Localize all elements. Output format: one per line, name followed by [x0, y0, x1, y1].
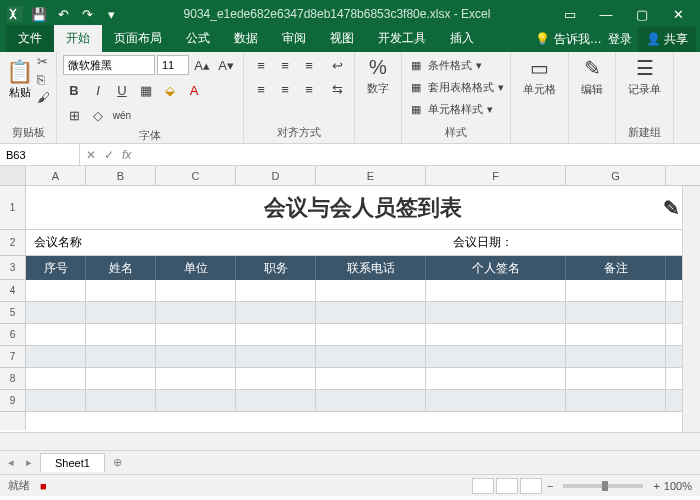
font-size-select[interactable]: 11: [157, 55, 189, 75]
table-row[interactable]: [26, 368, 700, 390]
col-B[interactable]: B: [86, 166, 156, 185]
phonetic-icon[interactable]: wén: [111, 104, 133, 126]
save-icon[interactable]: 💾: [28, 3, 50, 25]
col-E[interactable]: E: [316, 166, 426, 185]
row-5[interactable]: 5: [0, 302, 25, 324]
horizontal-scrollbar[interactable]: [0, 432, 700, 450]
record-button[interactable]: ☰记录单: [622, 54, 667, 99]
edit-button[interactable]: ✎编辑: [575, 54, 609, 99]
record-macro-icon[interactable]: ■: [40, 480, 47, 492]
align-mid-icon[interactable]: ≡: [274, 54, 296, 76]
tab-layout[interactable]: 页面布局: [102, 25, 174, 52]
paste-label[interactable]: 粘贴: [9, 85, 31, 100]
col-C[interactable]: C: [156, 166, 236, 185]
meeting-info-row[interactable]: 会议名称 会议日期：: [26, 230, 700, 256]
minimize-icon[interactable]: —: [588, 0, 624, 28]
maximize-icon[interactable]: ▢: [624, 0, 660, 28]
cancel-formula-icon[interactable]: ✕: [86, 148, 96, 162]
group-font: 微软雅黑 11 A▴ A▾ B I U ▦ ⬙ A ⊞ ◇ wén 字体: [57, 52, 244, 143]
shrink-font-icon[interactable]: A▾: [215, 54, 237, 76]
format-painter-icon[interactable]: 🖌: [37, 90, 50, 105]
ribbon-options-icon[interactable]: ▭: [552, 0, 588, 28]
tab-home[interactable]: 开始: [54, 25, 102, 52]
share-button[interactable]: 👤 共享: [638, 27, 696, 52]
sheet-nav-last-icon[interactable]: ▸: [22, 456, 36, 469]
undo-icon[interactable]: ↶: [52, 3, 74, 25]
view-pagebreak-icon[interactable]: [520, 478, 542, 494]
add-sheet-icon[interactable]: ⊕: [109, 456, 126, 469]
qat-more-icon[interactable]: ▾: [100, 3, 122, 25]
sheet-nav-first-icon[interactable]: ◂: [4, 456, 18, 469]
row-9[interactable]: 9: [0, 390, 25, 412]
row-7[interactable]: 7: [0, 346, 25, 368]
tab-view[interactable]: 视图: [318, 25, 366, 52]
row-3[interactable]: 3: [0, 256, 25, 280]
view-layout-icon[interactable]: [496, 478, 518, 494]
row-2[interactable]: 2: [0, 230, 25, 256]
row-8[interactable]: 8: [0, 368, 25, 390]
table-row[interactable]: [26, 324, 700, 346]
font-name-select[interactable]: 微软雅黑: [63, 55, 155, 75]
merge-icon[interactable]: ⇆: [326, 78, 348, 100]
meeting-name-label: 会议名称: [26, 234, 266, 251]
col-G[interactable]: G: [566, 166, 666, 185]
redo-icon[interactable]: ↷: [76, 3, 98, 25]
bold-button[interactable]: B: [63, 79, 85, 101]
tab-review[interactable]: 审阅: [270, 25, 318, 52]
close-icon[interactable]: ✕: [660, 0, 696, 28]
zoom-out-icon[interactable]: −: [547, 480, 553, 492]
accept-formula-icon[interactable]: ✓: [104, 148, 114, 162]
sheet-title-cell[interactable]: 会议与会人员签到表 ✎: [26, 186, 700, 230]
align-top-icon[interactable]: ≡: [250, 54, 272, 76]
cond-format-button[interactable]: ▦条件格式 ▾: [408, 54, 504, 76]
group-number: % 数字: [355, 52, 402, 143]
col-A[interactable]: A: [26, 166, 86, 185]
col-D[interactable]: D: [236, 166, 316, 185]
cells-button[interactable]: ▭单元格: [517, 54, 562, 99]
font-color-button[interactable]: A: [183, 79, 205, 101]
sheet-tab-1[interactable]: Sheet1: [40, 453, 105, 472]
select-all-corner[interactable]: [0, 166, 26, 185]
name-box[interactable]: B63: [0, 144, 80, 165]
table-row[interactable]: [26, 346, 700, 368]
zoom-slider[interactable]: [563, 484, 643, 488]
border-button[interactable]: ▦: [135, 79, 157, 101]
paste-icon[interactable]: 📋: [6, 59, 33, 85]
cell-style-button[interactable]: ▦单元格样式 ▾: [408, 98, 504, 120]
percent-icon[interactable]: %: [369, 56, 387, 79]
fill-icon[interactable]: ◇: [87, 104, 109, 126]
row-1[interactable]: 1: [0, 186, 25, 230]
login[interactable]: 登录: [608, 31, 632, 48]
table-row[interactable]: [26, 302, 700, 324]
align-right-icon[interactable]: ≡: [298, 78, 320, 100]
wrap-icon[interactable]: ↩: [326, 54, 348, 76]
fx-icon[interactable]: fx: [122, 148, 131, 162]
table-row[interactable]: [26, 280, 700, 302]
italic-button[interactable]: I: [87, 79, 109, 101]
tab-formula[interactable]: 公式: [174, 25, 222, 52]
zoom-level[interactable]: 100%: [664, 480, 692, 492]
table-row[interactable]: [26, 390, 700, 412]
table-format-button[interactable]: ▦套用表格格式 ▾: [408, 76, 504, 98]
row-6[interactable]: 6: [0, 324, 25, 346]
fill-color-button[interactable]: ⬙: [159, 79, 181, 101]
tab-dev[interactable]: 开发工具: [366, 25, 438, 52]
col-F[interactable]: F: [426, 166, 566, 185]
grow-font-icon[interactable]: A▴: [191, 54, 213, 76]
row-4[interactable]: 4: [0, 280, 25, 302]
tab-insert[interactable]: 插入: [438, 25, 486, 52]
vertical-scrollbar[interactable]: [682, 186, 700, 432]
underline-button[interactable]: U: [111, 79, 133, 101]
view-normal-icon[interactable]: [472, 478, 494, 494]
borders-icon[interactable]: ⊞: [63, 104, 85, 126]
number-text[interactable]: 数字: [367, 81, 389, 96]
cut-icon[interactable]: ✂: [37, 54, 50, 69]
align-center-icon[interactable]: ≡: [274, 78, 296, 100]
tell-me[interactable]: 💡 告诉我…: [535, 31, 601, 48]
tab-data[interactable]: 数据: [222, 25, 270, 52]
tab-file[interactable]: 文件: [6, 25, 54, 52]
zoom-in-icon[interactable]: +: [653, 480, 659, 492]
copy-icon[interactable]: ⎘: [37, 72, 50, 87]
align-bot-icon[interactable]: ≡: [298, 54, 320, 76]
align-left-icon[interactable]: ≡: [250, 78, 272, 100]
